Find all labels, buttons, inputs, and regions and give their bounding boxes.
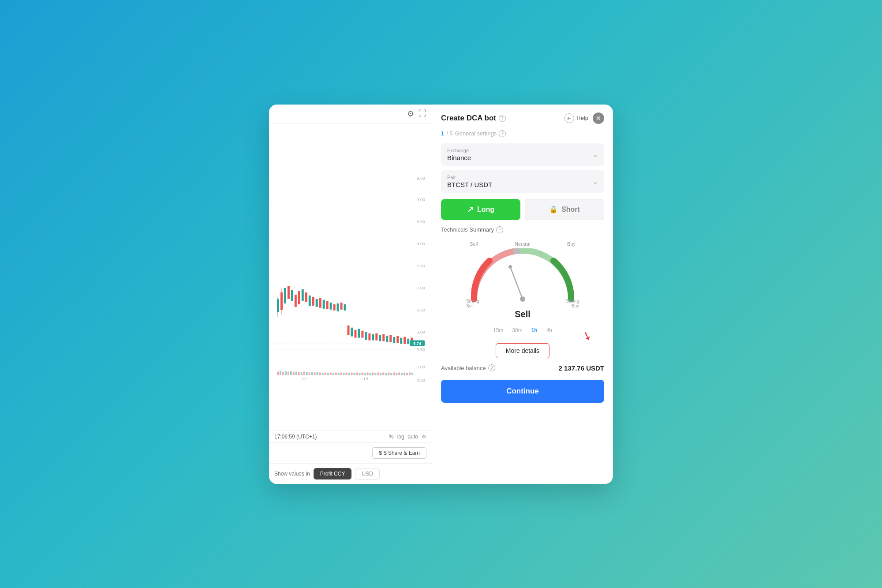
svg-rect-46 <box>348 325 350 335</box>
close-button[interactable]: ✕ <box>593 112 604 124</box>
trending-up-icon: ↗ <box>467 205 474 214</box>
svg-rect-44 <box>340 302 343 309</box>
balance-help-icon[interactable]: ? <box>488 364 495 371</box>
svg-rect-112 <box>390 373 392 375</box>
tab-30m[interactable]: 30m <box>512 327 522 333</box>
svg-rect-120 <box>411 373 413 375</box>
lock-icon: 🔒 <box>549 205 558 213</box>
svg-rect-81 <box>309 372 310 375</box>
svg-rect-96 <box>348 373 350 375</box>
gear-icon[interactable]: ⚙ <box>407 109 414 119</box>
title-help-icon[interactable]: ? <box>499 115 506 122</box>
pair-chevron: ⌄ <box>592 177 598 186</box>
svg-rect-40 <box>326 301 329 309</box>
svg-rect-25 <box>280 292 283 310</box>
svg-text:9.00: 9.00 <box>417 197 426 202</box>
svg-text:5.74: 5.74 <box>413 341 421 345</box>
svg-rect-97 <box>351 372 352 375</box>
technicals-header: Technicals Summary ? <box>441 226 604 233</box>
profit-ccy-button[interactable]: Profit CCY <box>314 468 352 479</box>
svg-text:13: 13 <box>363 376 369 381</box>
svg-text:6.50: 6.50 <box>417 307 426 312</box>
strong-buy-label: StrongBuy <box>566 299 579 308</box>
svg-rect-93 <box>340 372 342 375</box>
svg-rect-92 <box>338 373 340 375</box>
svg-text:7.00: 7.00 <box>417 285 426 290</box>
exchange-value: Binance <box>447 154 598 161</box>
svg-rect-53 <box>372 334 374 340</box>
svg-rect-91 <box>335 372 337 375</box>
dollar-icon: $ <box>379 450 382 456</box>
svg-rect-51 <box>365 332 367 340</box>
gauge-reading: Sell <box>515 309 531 319</box>
svg-text:6.00: 6.00 <box>417 329 426 334</box>
tab-4h[interactable]: 4h <box>546 327 552 333</box>
svg-point-123 <box>508 265 512 269</box>
play-icon: ▶ <box>564 113 574 123</box>
svg-rect-90 <box>333 373 334 375</box>
svg-rect-61 <box>400 337 402 344</box>
svg-rect-52 <box>368 333 370 340</box>
chart-area: 9.50 9.00 8.50 8.00 7.50 7.00 6.50 6.00 … <box>269 124 432 431</box>
settings-icon[interactable]: ⚙ <box>422 434 426 440</box>
svg-rect-111 <box>388 372 389 375</box>
svg-rect-119 <box>409 372 411 375</box>
svg-rect-101 <box>361 372 363 375</box>
time-tabs: 15m 30m 1h 4h <box>441 327 604 333</box>
svg-rect-117 <box>404 372 405 375</box>
svg-rect-108 <box>380 373 381 375</box>
balance-row: Available balance ? 2 137.76 USDT <box>441 364 604 372</box>
share-earn-button[interactable]: $ $ Share & Earn <box>372 447 426 459</box>
usd-button[interactable]: USD <box>355 468 379 479</box>
svg-point-122 <box>520 296 525 302</box>
tab-15m[interactable]: 15m <box>493 327 503 333</box>
help-label: Help <box>576 115 588 121</box>
svg-rect-94 <box>343 373 345 375</box>
svg-rect-28 <box>284 288 286 303</box>
tab-1h[interactable]: 1h <box>531 327 538 333</box>
more-details-button[interactable]: More details <box>496 343 549 358</box>
left-panel: ⚙ ⛶ 9.50 9.00 8.50 8.00 7.50 7.00 6.50 6… <box>269 105 432 484</box>
svg-rect-63 <box>407 338 409 344</box>
percent-toggle[interactable]: % <box>389 434 394 440</box>
long-button[interactable]: ↗ Long <box>441 199 520 220</box>
step-help-icon[interactable]: ? <box>499 130 506 137</box>
step-text: General settings <box>455 130 497 137</box>
svg-rect-83 <box>314 372 316 375</box>
svg-rect-103 <box>366 372 368 375</box>
svg-rect-42 <box>333 304 336 310</box>
svg-rect-86 <box>322 373 324 375</box>
step-number: 1 <box>441 130 444 137</box>
exchange-field[interactable]: Exchange Binance ⌄ <box>441 143 604 166</box>
short-button[interactable]: 🔒 Short <box>525 199 604 220</box>
svg-text:4.50: 4.50 <box>417 378 426 382</box>
sell-label: Sell <box>470 241 478 247</box>
svg-rect-32 <box>298 291 300 304</box>
svg-rect-76 <box>295 371 297 375</box>
svg-rect-116 <box>401 373 403 375</box>
svg-rect-77 <box>298 372 300 375</box>
svg-rect-100 <box>359 373 360 375</box>
exchange-label: Exchange <box>447 148 598 153</box>
svg-rect-29 <box>288 285 290 299</box>
svg-rect-57 <box>386 336 388 342</box>
svg-rect-72 <box>285 371 287 375</box>
chart-svg: 9.50 9.00 8.50 8.00 7.50 7.00 6.50 6.00 … <box>269 124 432 431</box>
show-values-bar: Show values in Profit CCY USD <box>269 463 432 484</box>
exchange-chevron: ⌄ <box>592 150 598 159</box>
svg-rect-56 <box>382 334 385 341</box>
svg-rect-54 <box>375 333 377 340</box>
auto-toggle[interactable]: auto <box>408 434 418 440</box>
svg-rect-118 <box>406 373 408 375</box>
pair-field[interactable]: Pair BTCST / USDT ⌄ <box>441 170 604 193</box>
continue-button[interactable]: Continue <box>441 380 604 403</box>
svg-rect-78 <box>301 372 303 375</box>
help-button[interactable]: ▶ Help <box>564 113 588 123</box>
svg-rect-48 <box>354 330 356 337</box>
log-toggle[interactable]: log <box>397 434 404 440</box>
technicals-help-icon[interactable]: ? <box>496 226 503 233</box>
svg-rect-107 <box>377 372 379 375</box>
expand-icon[interactable]: ⛶ <box>419 109 426 118</box>
balance-value: 2 137.76 USDT <box>559 364 604 372</box>
svg-rect-109 <box>382 372 384 375</box>
